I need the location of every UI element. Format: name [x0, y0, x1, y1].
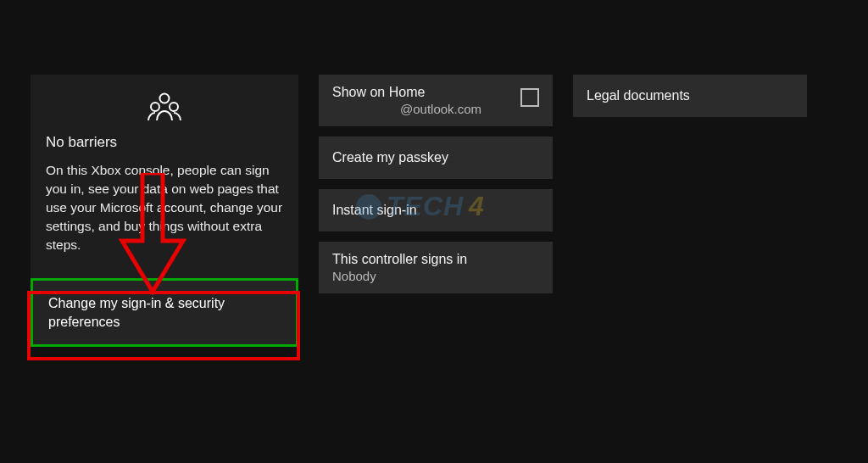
show-on-home-checkbox[interactable]	[520, 88, 539, 107]
instant-signin-tile[interactable]: Instant sign-in	[319, 189, 553, 232]
svg-point-0	[160, 94, 170, 103]
show-on-home-email: @outlook.com	[332, 102, 481, 116]
settings-layout: No barriers On this Xbox console, people…	[0, 0, 868, 347]
instant-signin-label: Instant sign-in	[332, 203, 539, 218]
create-passkey-label: Create my passkey	[332, 150, 539, 165]
controller-signin-tile[interactable]: This controller signs in Nobody	[319, 242, 553, 293]
people-icon	[46, 90, 283, 127]
middle-column: Show on Home @outlook.com Create my pass…	[319, 75, 553, 347]
right-column: Legal documents	[573, 75, 807, 347]
show-on-home-tile[interactable]: Show on Home @outlook.com	[319, 75, 553, 126]
controller-signin-value: Nobody	[332, 269, 539, 283]
create-passkey-tile[interactable]: Create my passkey	[319, 137, 553, 179]
change-signin-security-button[interactable]: Change my sign-in & security preferences	[31, 278, 298, 347]
left-panel: No barriers On this Xbox console, people…	[31, 75, 298, 347]
legal-documents-label: Legal documents	[587, 88, 793, 103]
change-btn-label: Change my sign-in & security preferences	[48, 296, 225, 329]
show-on-home-label: Show on Home	[332, 85, 481, 100]
legal-documents-tile[interactable]: Legal documents	[573, 75, 807, 117]
panel-description: On this Xbox console, people can sign yo…	[46, 161, 283, 254]
controller-signin-label: This controller signs in	[332, 252, 539, 267]
panel-heading: No barriers	[46, 134, 283, 151]
svg-point-2	[170, 103, 178, 111]
svg-point-1	[151, 103, 159, 111]
